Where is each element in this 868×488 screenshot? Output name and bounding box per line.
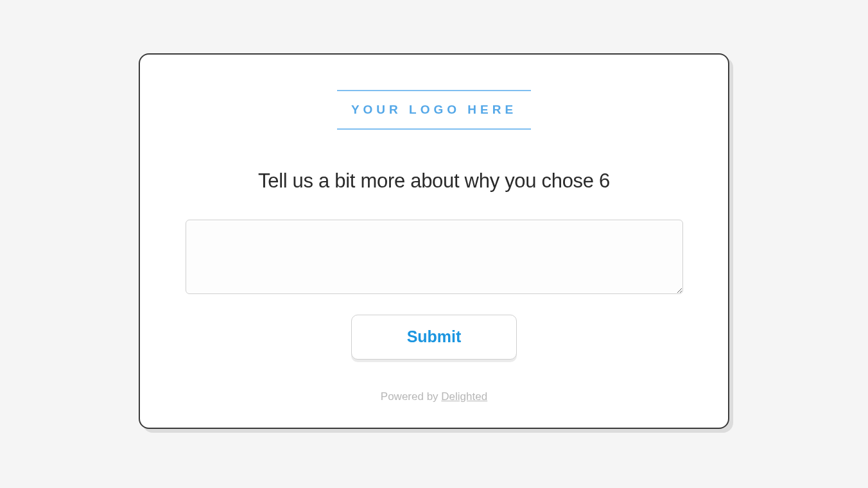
logo-text: YOUR LOGO HERE <box>351 103 517 116</box>
submit-button[interactable]: Submit <box>351 315 517 360</box>
survey-card: YOUR LOGO HERE Tell us a bit more about … <box>139 53 729 429</box>
feedback-textarea[interactable] <box>186 220 683 294</box>
powered-by-link[interactable]: Delighted <box>441 390 487 403</box>
logo-placeholder: YOUR LOGO HERE <box>337 90 531 130</box>
footer-attribution: Powered by Delighted <box>381 390 487 403</box>
powered-by-prefix: Powered by <box>381 390 442 403</box>
survey-prompt: Tell us a bit more about why you chose 6 <box>258 170 610 193</box>
